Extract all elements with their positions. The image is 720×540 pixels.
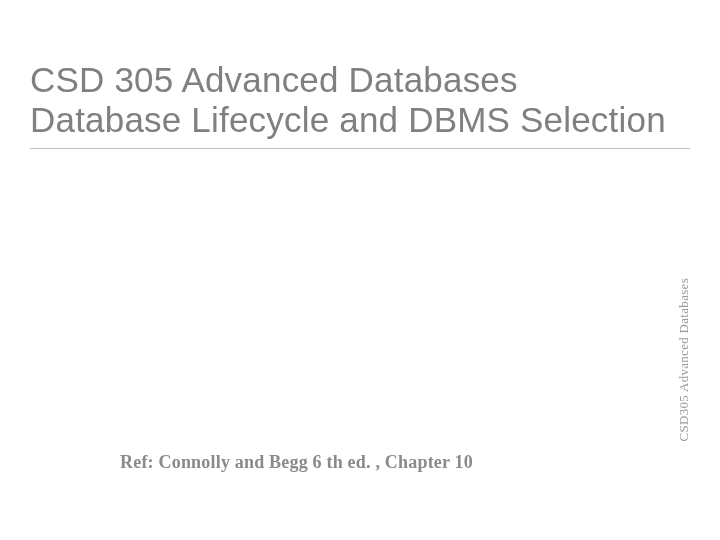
side-course-label: CSD305 Advanced Databases — [676, 278, 692, 441]
title-line-1: CSD 305 Advanced Databases — [30, 60, 680, 100]
title-block: CSD 305 Advanced Databases Database Life… — [30, 60, 680, 141]
reference-text: Ref: Connolly and Begg 6 th ed. , Chapte… — [120, 452, 473, 473]
slide: CSD 305 Advanced Databases Database Life… — [0, 0, 720, 540]
title-underline — [30, 148, 690, 149]
title-line-2: Database Lifecycle and DBMS Selection — [30, 100, 680, 140]
